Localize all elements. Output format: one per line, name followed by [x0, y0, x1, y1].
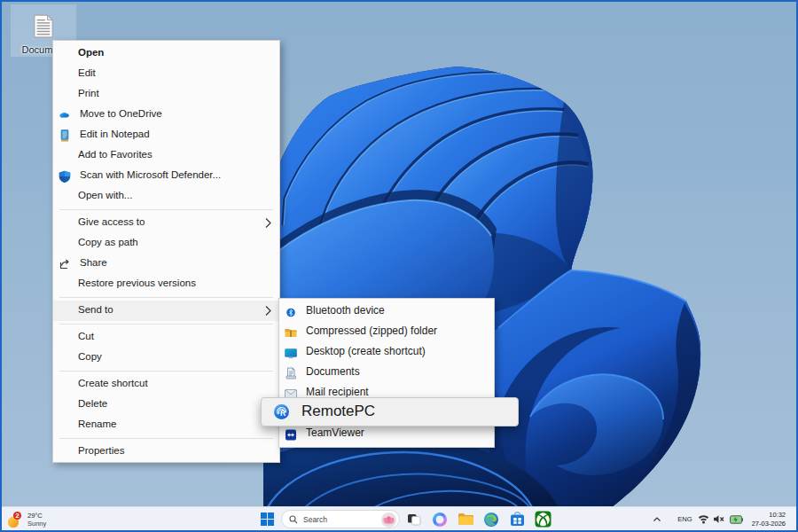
svg-text:2: 2: [15, 512, 19, 520]
svg-text:R: R: [280, 409, 286, 418]
